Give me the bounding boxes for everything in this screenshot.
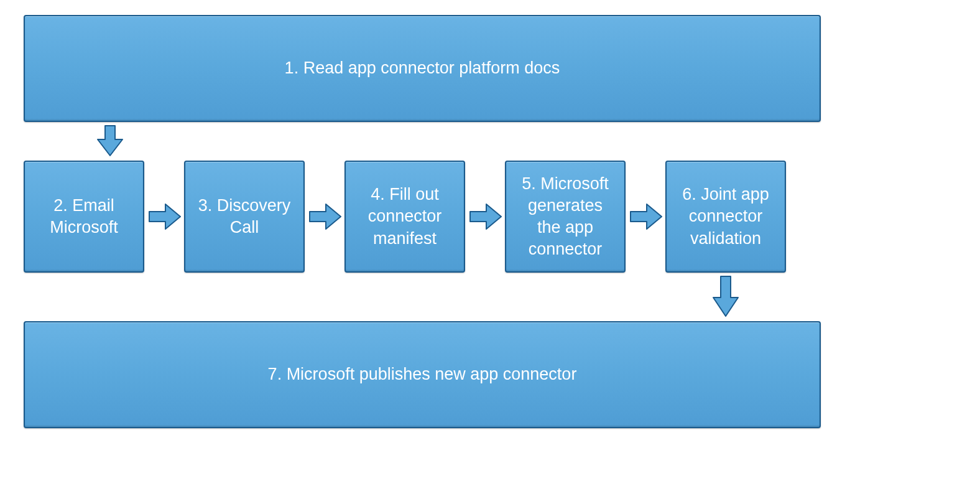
step-4-box: 4. Fill out connector manifest [344, 161, 465, 273]
arrow-right-icon [308, 203, 342, 230]
step-5-label: 5. Microsoft generates the app connector [517, 173, 613, 260]
step-7-label: 7. Microsoft publishes new app connector [268, 363, 577, 385]
arrow-right-icon [148, 203, 182, 230]
arrow-right-icon [469, 203, 502, 230]
step-1-label: 1. Read app connector platform docs [285, 57, 560, 79]
arrow-right-icon [629, 203, 663, 230]
step-2-label: 2. Email Microsoft [36, 195, 132, 238]
step-7-box: 7. Microsoft publishes new app connector [24, 321, 821, 428]
step-2-box: 2. Email Microsoft [24, 161, 144, 273]
step-1-box: 1. Read app connector platform docs [24, 15, 821, 122]
step-6-box: 6. Joint app connector validation [665, 161, 786, 273]
arrow-down-icon [96, 124, 124, 158]
step-4-label: 4. Fill out connector manifest [357, 184, 453, 249]
step-5-box: 5. Microsoft generates the app connector [505, 161, 626, 273]
step-3-box: 3. Discovery Call [184, 161, 305, 273]
arrow-down-icon [712, 275, 739, 319]
step-6-label: 6. Joint app connector validation [678, 184, 774, 249]
step-3-label: 3. Discovery Call [196, 195, 292, 238]
